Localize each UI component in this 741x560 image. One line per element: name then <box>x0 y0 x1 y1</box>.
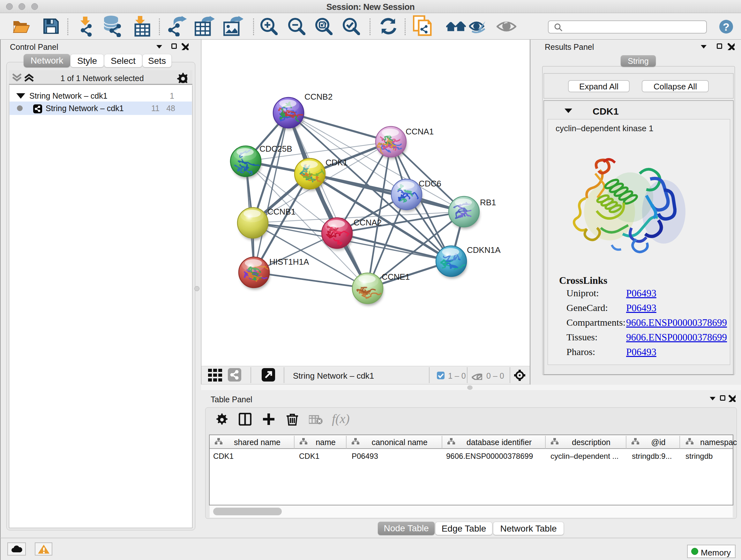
svg-text:CDC25B: CDC25B <box>259 144 292 153</box>
svg-text:HIST1H1A: HIST1H1A <box>269 257 309 266</box>
svg-text:CCNB2: CCNB2 <box>305 92 333 102</box>
svg-text:CCNB1: CCNB1 <box>267 207 295 216</box>
svg-text:CDKN1A: CDKN1A <box>467 245 501 255</box>
svg-text:CCNA1: CCNA1 <box>406 127 434 136</box>
svg-text:CDK1: CDK1 <box>326 158 347 167</box>
svg-text:CCNE1: CCNE1 <box>382 272 410 282</box>
svg-text:CDC6: CDC6 <box>419 179 441 188</box>
svg-text:RB1: RB1 <box>480 198 496 207</box>
svg-text:CCNA2: CCNA2 <box>354 218 382 227</box>
